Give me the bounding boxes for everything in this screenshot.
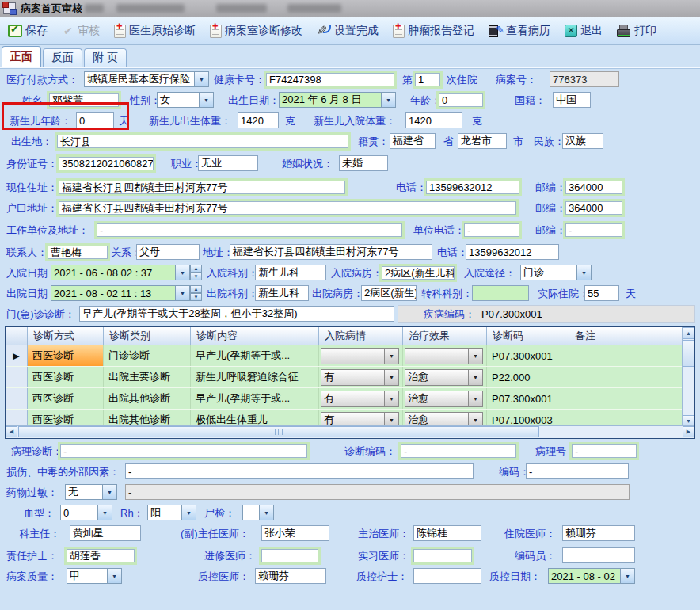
treatment-effect-select[interactable]: 治愈▼ [405, 391, 483, 407]
dropdown-arrow-icon[interactable]: ▼ [181, 505, 196, 520]
category-cell[interactable]: 出院其他诊断 [104, 388, 191, 409]
dropdown-arrow-icon[interactable]: ▼ [107, 568, 122, 584]
dropdown-arrow-icon[interactable]: ▼ [384, 348, 399, 364]
discharge-dept-field[interactable]: 新生儿科 [255, 285, 309, 301]
contact-phone-field[interactable]: 13599632012 [466, 244, 559, 260]
injury-code-field[interactable]: - [526, 463, 629, 479]
resident-field[interactable]: 赖珊芬 [562, 525, 635, 541]
spinner-down-icon[interactable]: ▼ [190, 293, 202, 301]
note-cell[interactable] [569, 345, 683, 366]
marital-field[interactable]: 未婚 [339, 155, 388, 171]
content-cell[interactable]: 新生儿呼吸窘迫综合征 [191, 367, 319, 387]
native-province-field[interactable]: 福建省 [390, 133, 436, 149]
admission-condition-select[interactable]: 有▼ [321, 391, 399, 407]
category-cell[interactable]: 门诊诊断 [104, 345, 191, 366]
postcode2-field[interactable]: 364000 [565, 201, 622, 215]
diagnosis-table-row[interactable]: 西医诊断出院其他诊断早产儿(孕期等于或...有▼治愈▼P07.300x001 [6, 388, 694, 410]
postcode1-field[interactable]: 364000 [565, 181, 622, 194]
time-spinner[interactable]: ▲▼ [190, 265, 202, 280]
dropdown-arrow-icon[interactable]: ▼ [194, 71, 209, 87]
dropdown-arrow-icon[interactable]: ▼ [175, 265, 190, 280]
note-cell[interactable] [569, 367, 683, 387]
horizontal-scrollbar[interactable]: ◀▶ [6, 425, 694, 438]
health-card-field[interactable]: F74247398 [266, 73, 394, 86]
admission-weight-field[interactable]: 1420 [405, 112, 462, 128]
save-button[interactable]: 保存 [5, 22, 51, 40]
blood-type-select[interactable]: 0 ▼ [60, 505, 112, 520]
note-cell[interactable] [569, 388, 683, 409]
duty-nurse-field[interactable]: 胡莲香 [67, 549, 135, 562]
id-no-field[interactable]: 350821202106082747 [59, 157, 154, 170]
contact-field[interactable]: 曹艳梅 [48, 246, 108, 259]
diagnosis-table-row[interactable]: ▶西医诊断门诊诊断早产儿(孕期等于或...▼▼P07.300x001 [6, 345, 694, 367]
qc-date-picker[interactable]: 2021 - 08 - 02 ▼ [548, 568, 635, 584]
tab-front[interactable]: 正面 [2, 46, 41, 67]
record-quality-select[interactable]: 甲 ▼ [67, 568, 122, 584]
column-header[interactable]: 诊断方式 [28, 327, 104, 345]
category-cell[interactable]: 出院主要诊断 [104, 367, 191, 387]
row-selector[interactable] [6, 388, 28, 409]
nationality-field[interactable]: 中国 [553, 92, 591, 108]
dropdown-arrow-icon[interactable]: ▼ [175, 285, 190, 301]
method-cell[interactable]: 西医诊断 [28, 367, 104, 387]
diagnosis-table-row[interactable]: 西医诊断出院主要诊断新生儿呼吸窘迫综合征有▼治愈▼P22.000 [6, 367, 694, 388]
admission-condition-select[interactable]: ▼ [321, 348, 399, 364]
occupation-field[interactable]: 无业 [198, 155, 258, 171]
column-header[interactable]: 诊断类别 [104, 327, 191, 345]
treatment-effect-select[interactable]: 治愈▼ [405, 369, 483, 386]
scroll-right-icon[interactable]: ▶ [683, 426, 694, 437]
column-header[interactable]: 诊断码 [487, 327, 569, 345]
ethnicity-field[interactable]: 汉族 [562, 133, 603, 149]
column-header[interactable]: 备注 [569, 327, 683, 345]
spinner-up-icon[interactable]: ▲ [190, 285, 202, 293]
tab-attachment[interactable]: 附 页 [84, 48, 127, 67]
dropdown-arrow-icon[interactable]: ▼ [384, 369, 399, 386]
admission-ordinal-field[interactable]: 1 [415, 73, 440, 86]
content-cell[interactable]: 早产儿(孕期等于或... [191, 345, 319, 366]
age-field[interactable]: 0 [439, 93, 483, 107]
admit-date-picker[interactable]: 2021 - 06 - 08 02 : 37 ▼ ▲▼ [51, 265, 202, 280]
contact-addr-field[interactable]: 福建省长汀县四都镇圭田村河东77号 [230, 244, 432, 260]
dropdown-arrow-icon[interactable]: ▼ [384, 391, 399, 407]
household-addr-field[interactable]: 福建省长汀县四都镇圭田村河东77号 [59, 201, 516, 215]
relation-field[interactable]: 父母 [136, 244, 200, 260]
audit-button[interactable]: 审核 [59, 22, 103, 40]
discharge-ward-field[interactable]: 2病区(新生) [361, 285, 417, 301]
phone-field[interactable]: 13599632012 [426, 181, 519, 194]
treatment-effect-select[interactable]: ▼ [405, 348, 483, 364]
trainee-field[interactable] [261, 549, 318, 562]
admission-condition-select[interactable]: 有▼ [321, 369, 399, 386]
qc-physician-field[interactable]: 赖珊芬 [255, 568, 326, 584]
work-addr-field[interactable]: - [97, 223, 402, 237]
native-city-field[interactable]: 龙岩市 [458, 133, 507, 149]
diagnosis-code-cell[interactable]: P22.000 [487, 367, 569, 387]
column-header[interactable]: 入院病情 [319, 327, 403, 345]
print-button[interactable]: 打印 [614, 22, 660, 40]
scroll-up-icon[interactable]: ▲ [683, 327, 694, 339]
intern-field[interactable] [413, 549, 472, 562]
discharge-date-picker[interactable]: 2021 - 08 - 02 11 : 13 ▼ ▲▼ [51, 285, 202, 301]
row-selector[interactable] [6, 367, 28, 387]
dept-director-field[interactable]: 黄灿星 [70, 525, 141, 541]
dropdown-arrow-icon[interactable]: ▼ [102, 484, 117, 500]
drug-allergy-select[interactable]: 无 ▼ [65, 484, 117, 500]
dropdown-arrow-icon[interactable]: ▼ [381, 92, 396, 108]
work-phone-field[interactable]: - [464, 223, 519, 237]
diagnosis-code-cell[interactable]: P07.300x001 [487, 388, 569, 409]
column-header[interactable]: 治疗效果 [403, 327, 487, 345]
spinner-up-icon[interactable]: ▲ [190, 265, 202, 273]
admit-dept-field[interactable]: 新生儿科 [255, 265, 326, 280]
tumor-report-register-button[interactable]: 肿瘤报告登记 [390, 22, 477, 40]
vertical-scrollbar[interactable]: ▲▼ [682, 327, 694, 427]
scroll-left-icon[interactable]: ◀ [6, 426, 17, 437]
dropdown-arrow-icon[interactable]: ▼ [468, 369, 483, 386]
dropdown-arrow-icon[interactable]: ▼ [576, 265, 592, 280]
dropdown-arrow-icon[interactable]: ▼ [468, 391, 483, 407]
dropdown-arrow-icon[interactable]: ▼ [199, 92, 214, 108]
time-spinner[interactable]: ▲▼ [190, 285, 202, 301]
chief-physician-field[interactable]: 张小荣 [261, 525, 329, 541]
current-row-indicator[interactable]: ▶ [6, 345, 28, 366]
admit-ward-field[interactable]: 2病区(新生儿科 [382, 266, 455, 280]
attending-field[interactable]: 陈锦桂 [413, 525, 481, 541]
view-record-button[interactable]: 查看病历 [485, 22, 554, 40]
